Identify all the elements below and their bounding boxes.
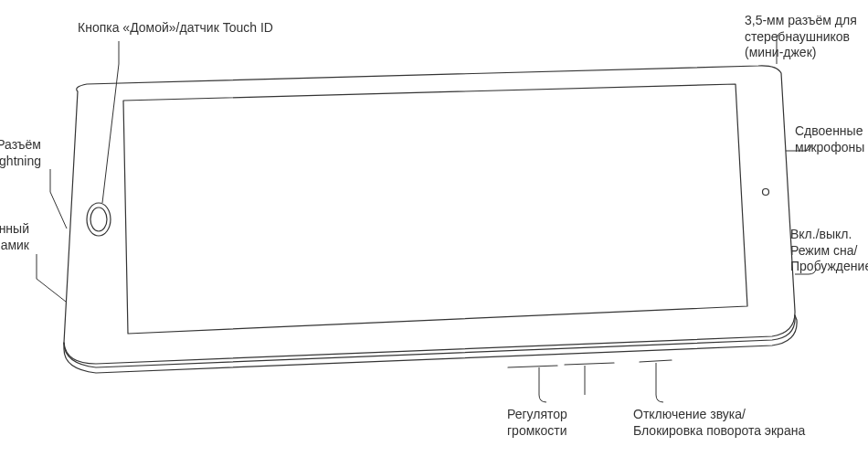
- label-speaker: Встроенный динамик: [0, 221, 29, 253]
- label-mute-rotation-lock: Отключение звука/ Блокировка поворота эк…: [633, 407, 805, 439]
- label-volume: Регулятор громкости: [507, 407, 567, 439]
- label-headphone-jack: 3,5-мм разъём для стереонаушников (мини-…: [745, 13, 857, 61]
- label-lightning: Разъём Lightning: [0, 137, 41, 169]
- label-sleep-wake: Вкл./выкл. Режим сна/ Пробуждение: [790, 227, 868, 275]
- label-dual-mics: Сдвоенные микрофоны: [795, 123, 864, 155]
- diagram-stage: { "labels": { "home_button": "Кнопка «До…: [0, 0, 868, 457]
- label-home-button: Кнопка «Домой»/датчик Touch ID: [78, 20, 273, 37]
- svg-point-1: [90, 207, 107, 231]
- svg-point-2: [763, 189, 769, 196]
- ipad-outline: [0, 0, 868, 457]
